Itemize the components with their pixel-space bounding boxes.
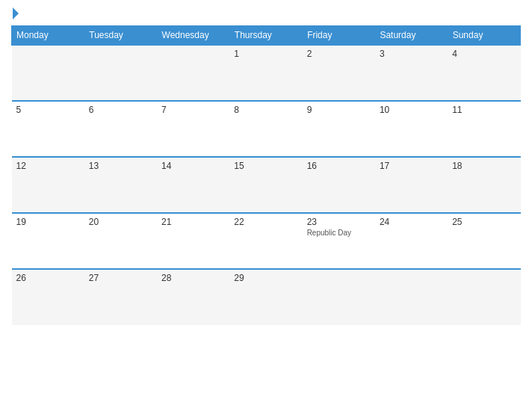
day-number: 14 [161, 161, 225, 171]
calendar-day-cell: 17 [375, 157, 448, 213]
day-number: 3 [380, 49, 443, 59]
weekday-header-monday: Monday [12, 26, 84, 46]
calendar-day-cell: 10 [375, 101, 448, 157]
calendar-body: 1234567891011121314151617181920212223Rep… [12, 45, 521, 325]
weekday-header-wednesday: Wednesday [157, 26, 229, 46]
calendar-table: MondayTuesdayWednesdayThursdayFridaySatu… [11, 25, 521, 325]
day-number: 20 [89, 217, 152, 227]
calendar-day-cell: 4 [448, 45, 520, 101]
weekday-header-tuesday: Tuesday [84, 26, 157, 46]
calendar-container: MondayTuesdayWednesdayThursdayFridaySatu… [0, 0, 532, 411]
day-number: 17 [380, 161, 443, 171]
calendar-day-cell [303, 269, 375, 325]
weekday-header-saturday: Saturday [375, 26, 448, 46]
calendar-day-cell: 2 [303, 45, 375, 101]
day-number: 29 [234, 273, 297, 283]
calendar-day-cell: 11 [448, 101, 520, 157]
calendar-day-cell: 28 [157, 269, 229, 325]
calendar-day-cell: 25 [448, 213, 520, 269]
calendar-day-cell: 9 [303, 101, 375, 157]
calendar-day-cell: 7 [157, 101, 229, 157]
day-number: 10 [380, 105, 443, 115]
calendar-day-cell: 6 [84, 101, 157, 157]
day-number: 12 [16, 161, 80, 171]
calendar-day-cell: 5 [12, 101, 84, 157]
day-number: 13 [89, 161, 152, 171]
day-number: 1 [234, 49, 297, 59]
day-number: 15 [234, 161, 297, 171]
day-number: 11 [452, 105, 516, 115]
calendar-day-cell: 13 [84, 157, 157, 213]
calendar-day-cell: 3 [375, 45, 448, 101]
calendar-day-cell: 1 [229, 45, 302, 101]
calendar-day-cell: 27 [84, 269, 157, 325]
day-number: 9 [307, 105, 371, 115]
calendar-day-cell: 12 [12, 157, 84, 213]
day-number: 16 [307, 161, 371, 171]
day-number: 5 [16, 105, 80, 115]
day-number: 23 [307, 217, 371, 227]
day-number: 27 [89, 273, 152, 283]
calendar-day-cell: 26 [12, 269, 84, 325]
day-number: 7 [161, 105, 225, 115]
calendar-day-cell: 24 [375, 213, 448, 269]
day-number: 26 [16, 273, 80, 283]
calendar-day-cell: 16 [303, 157, 375, 213]
calendar-week-row: 567891011 [12, 101, 521, 157]
day-number: 24 [380, 217, 443, 227]
weekday-header-thursday: Thursday [229, 26, 302, 46]
calendar-week-row: 1920212223Republic Day2425 [12, 213, 521, 269]
calendar-day-cell: 23Republic Day [303, 213, 375, 269]
day-number: 18 [452, 161, 516, 171]
day-number: 22 [234, 217, 297, 227]
calendar-day-cell [375, 269, 448, 325]
calendar-day-cell: 21 [157, 213, 229, 269]
calendar-day-cell [448, 269, 520, 325]
day-number: 28 [161, 273, 225, 283]
weekday-header-friday: Friday [303, 26, 375, 46]
day-number: 4 [452, 49, 516, 59]
weekday-header-sunday: Sunday [448, 26, 520, 46]
calendar-day-cell: 19 [12, 213, 84, 269]
calendar-day-cell [84, 45, 157, 101]
calendar-day-cell [12, 45, 84, 101]
calendar-day-cell: 18 [448, 157, 520, 213]
event-label: Republic Day [307, 229, 371, 237]
logo [11, 7, 19, 19]
calendar-week-row: 12131415161718 [12, 157, 521, 213]
calendar-day-cell: 15 [229, 157, 302, 213]
calendar-week-row: 26272829 [12, 269, 521, 325]
day-number: 2 [307, 49, 371, 59]
day-number: 19 [16, 217, 80, 227]
calendar-day-cell: 29 [229, 269, 302, 325]
calendar-day-cell: 22 [229, 213, 302, 269]
calendar-header-row: MondayTuesdayWednesdayThursdayFridaySatu… [12, 26, 521, 46]
weekday-header-row: MondayTuesdayWednesdayThursdayFridaySatu… [12, 26, 521, 46]
calendar-day-cell: 8 [229, 101, 302, 157]
day-number: 25 [452, 217, 516, 227]
day-number: 6 [89, 105, 152, 115]
calendar-day-cell: 20 [84, 213, 157, 269]
logo-triangle-icon [13, 7, 19, 19]
day-number: 21 [161, 217, 225, 227]
calendar-header [11, 7, 521, 19]
calendar-day-cell: 14 [157, 157, 229, 213]
calendar-day-cell [157, 45, 229, 101]
calendar-week-row: 1234 [12, 45, 521, 101]
day-number: 8 [234, 105, 297, 115]
